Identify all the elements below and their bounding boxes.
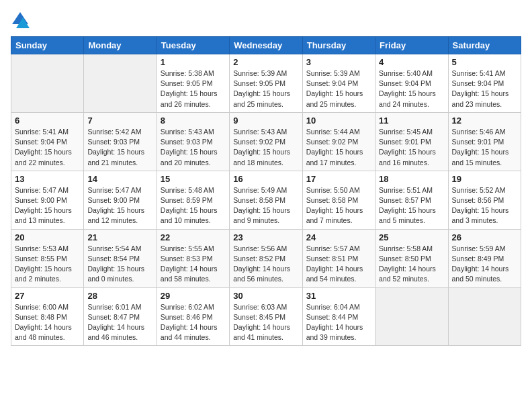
calendar-cell: 18Sunrise: 5:51 AMSunset: 8:57 PMDayligh… xyxy=(375,171,448,229)
day-number: 30 xyxy=(233,291,298,301)
day-info: Sunrise: 6:04 AMSunset: 8:44 PMDaylight:… xyxy=(306,302,371,343)
calendar-cell: 8Sunrise: 5:43 AMSunset: 9:03 PMDaylight… xyxy=(157,112,229,171)
day-number: 17 xyxy=(306,174,371,184)
day-number: 26 xyxy=(452,232,517,242)
day-info: Sunrise: 6:00 AMSunset: 8:48 PMDaylight:… xyxy=(15,302,80,343)
day-info: Sunrise: 5:47 AMSunset: 9:00 PMDaylight:… xyxy=(87,185,152,226)
day-number: 28 xyxy=(87,291,152,301)
day-info: Sunrise: 6:01 AMSunset: 8:47 PMDaylight:… xyxy=(87,302,152,343)
day-number: 18 xyxy=(379,174,444,184)
day-info: Sunrise: 5:43 AMSunset: 9:03 PMDaylight:… xyxy=(161,127,226,168)
page-header xyxy=(11,11,521,30)
calendar-cell: 25Sunrise: 5:58 AMSunset: 8:50 PMDayligh… xyxy=(375,229,448,287)
day-number: 4 xyxy=(379,57,444,67)
calendar-cell: 23Sunrise: 5:56 AMSunset: 8:52 PMDayligh… xyxy=(230,229,302,287)
day-info: Sunrise: 5:40 AMSunset: 9:04 PMDaylight:… xyxy=(379,68,444,109)
day-number: 13 xyxy=(15,174,80,184)
day-number: 31 xyxy=(306,291,371,301)
day-info: Sunrise: 5:56 AMSunset: 8:52 PMDaylight:… xyxy=(233,244,298,285)
day-number: 29 xyxy=(161,291,226,301)
calendar-cell: 9Sunrise: 5:43 AMSunset: 9:02 PMDaylight… xyxy=(230,112,302,171)
day-info: Sunrise: 5:42 AMSunset: 9:03 PMDaylight:… xyxy=(87,127,152,168)
day-info: Sunrise: 5:39 AMSunset: 9:05 PMDaylight:… xyxy=(233,68,298,109)
calendar-cell: 13Sunrise: 5:47 AMSunset: 9:00 PMDayligh… xyxy=(11,171,84,229)
day-number: 27 xyxy=(15,291,80,301)
logo-icon xyxy=(11,11,30,30)
calendar-cell xyxy=(11,54,84,113)
calendar-cell: 24Sunrise: 5:57 AMSunset: 8:51 PMDayligh… xyxy=(302,229,375,287)
day-number: 7 xyxy=(87,116,152,126)
calendar-cell: 3Sunrise: 5:39 AMSunset: 9:04 PMDaylight… xyxy=(302,54,375,113)
day-number: 11 xyxy=(379,116,444,126)
calendar-cell: 28Sunrise: 6:01 AMSunset: 8:47 PMDayligh… xyxy=(84,287,157,346)
calendar-week-1: 1Sunrise: 5:38 AMSunset: 9:05 PMDaylight… xyxy=(11,54,521,113)
day-number: 24 xyxy=(306,232,371,242)
calendar-cell: 2Sunrise: 5:39 AMSunset: 9:05 PMDaylight… xyxy=(230,54,302,113)
calendar-cell: 22Sunrise: 5:55 AMSunset: 8:53 PMDayligh… xyxy=(157,229,229,287)
calendar-cell: 10Sunrise: 5:44 AMSunset: 9:02 PMDayligh… xyxy=(302,112,375,171)
calendar-cell: 19Sunrise: 5:52 AMSunset: 8:56 PMDayligh… xyxy=(448,171,521,229)
calendar-cell: 31Sunrise: 6:04 AMSunset: 8:44 PMDayligh… xyxy=(302,287,375,346)
day-info: Sunrise: 5:41 AMSunset: 9:04 PMDaylight:… xyxy=(452,68,517,109)
calendar-cell: 1Sunrise: 5:38 AMSunset: 9:05 PMDaylight… xyxy=(157,54,229,113)
calendar-cell: 16Sunrise: 5:49 AMSunset: 8:58 PMDayligh… xyxy=(230,171,302,229)
weekday-header-thursday: Thursday xyxy=(302,37,375,54)
calendar-cell xyxy=(84,54,157,113)
day-number: 8 xyxy=(161,116,226,126)
day-info: Sunrise: 5:38 AMSunset: 9:05 PMDaylight:… xyxy=(161,68,226,109)
calendar-week-3: 13Sunrise: 5:47 AMSunset: 9:00 PMDayligh… xyxy=(11,171,521,229)
calendar-cell: 12Sunrise: 5:46 AMSunset: 9:01 PMDayligh… xyxy=(448,112,521,171)
weekday-header-monday: Monday xyxy=(84,37,157,54)
day-info: Sunrise: 5:48 AMSunset: 8:59 PMDaylight:… xyxy=(161,185,226,226)
calendar-cell: 27Sunrise: 6:00 AMSunset: 8:48 PMDayligh… xyxy=(11,287,84,346)
day-number: 3 xyxy=(306,57,371,67)
day-info: Sunrise: 5:49 AMSunset: 8:58 PMDaylight:… xyxy=(233,185,298,226)
day-info: Sunrise: 5:58 AMSunset: 8:50 PMDaylight:… xyxy=(379,244,444,285)
calendar-cell xyxy=(448,287,521,346)
day-number: 12 xyxy=(452,116,517,126)
calendar-week-5: 27Sunrise: 6:00 AMSunset: 8:48 PMDayligh… xyxy=(11,287,521,346)
day-info: Sunrise: 5:55 AMSunset: 8:53 PMDaylight:… xyxy=(161,244,226,285)
calendar-cell: 4Sunrise: 5:40 AMSunset: 9:04 PMDaylight… xyxy=(375,54,448,113)
day-number: 20 xyxy=(15,232,80,242)
day-number: 1 xyxy=(161,57,226,67)
day-info: Sunrise: 5:43 AMSunset: 9:02 PMDaylight:… xyxy=(233,127,298,168)
calendar-week-4: 20Sunrise: 5:53 AMSunset: 8:55 PMDayligh… xyxy=(11,229,521,287)
logo xyxy=(11,11,32,30)
calendar-cell: 7Sunrise: 5:42 AMSunset: 9:03 PMDaylight… xyxy=(84,112,157,171)
day-number: 25 xyxy=(379,232,444,242)
day-info: Sunrise: 5:41 AMSunset: 9:04 PMDaylight:… xyxy=(15,127,80,168)
calendar-cell: 17Sunrise: 5:50 AMSunset: 8:58 PMDayligh… xyxy=(302,171,375,229)
calendar-table: SundayMondayTuesdayWednesdayThursdayFrid… xyxy=(11,36,521,346)
day-number: 14 xyxy=(87,174,152,184)
day-number: 2 xyxy=(233,57,298,67)
calendar-cell: 21Sunrise: 5:54 AMSunset: 8:54 PMDayligh… xyxy=(84,229,157,287)
day-number: 21 xyxy=(87,232,152,242)
day-number: 5 xyxy=(452,57,517,67)
day-info: Sunrise: 5:44 AMSunset: 9:02 PMDaylight:… xyxy=(306,127,371,168)
calendar-cell: 15Sunrise: 5:48 AMSunset: 8:59 PMDayligh… xyxy=(157,171,229,229)
calendar-cell: 29Sunrise: 6:02 AMSunset: 8:46 PMDayligh… xyxy=(157,287,229,346)
calendar-cell: 30Sunrise: 6:03 AMSunset: 8:45 PMDayligh… xyxy=(230,287,302,346)
day-info: Sunrise: 6:02 AMSunset: 8:46 PMDaylight:… xyxy=(161,302,226,343)
day-number: 9 xyxy=(233,116,298,126)
day-info: Sunrise: 5:59 AMSunset: 8:49 PMDaylight:… xyxy=(452,244,517,285)
day-info: Sunrise: 5:52 AMSunset: 8:56 PMDaylight:… xyxy=(452,185,517,226)
calendar-cell: 5Sunrise: 5:41 AMSunset: 9:04 PMDaylight… xyxy=(448,54,521,113)
weekday-header-tuesday: Tuesday xyxy=(157,37,229,54)
day-info: Sunrise: 5:39 AMSunset: 9:04 PMDaylight:… xyxy=(306,68,371,109)
calendar-cell xyxy=(375,287,448,346)
day-number: 23 xyxy=(233,232,298,242)
day-info: Sunrise: 5:53 AMSunset: 8:55 PMDaylight:… xyxy=(15,244,80,285)
calendar-cell: 20Sunrise: 5:53 AMSunset: 8:55 PMDayligh… xyxy=(11,229,84,287)
day-number: 6 xyxy=(15,116,80,126)
weekday-header-saturday: Saturday xyxy=(448,37,521,54)
day-number: 10 xyxy=(306,116,371,126)
calendar-cell: 6Sunrise: 5:41 AMSunset: 9:04 PMDaylight… xyxy=(11,112,84,171)
day-number: 19 xyxy=(452,174,517,184)
day-number: 16 xyxy=(233,174,298,184)
day-info: Sunrise: 5:57 AMSunset: 8:51 PMDaylight:… xyxy=(306,244,371,285)
calendar-cell: 14Sunrise: 5:47 AMSunset: 9:00 PMDayligh… xyxy=(84,171,157,229)
day-info: Sunrise: 6:03 AMSunset: 8:45 PMDaylight:… xyxy=(233,302,298,343)
weekday-header-friday: Friday xyxy=(375,37,448,54)
